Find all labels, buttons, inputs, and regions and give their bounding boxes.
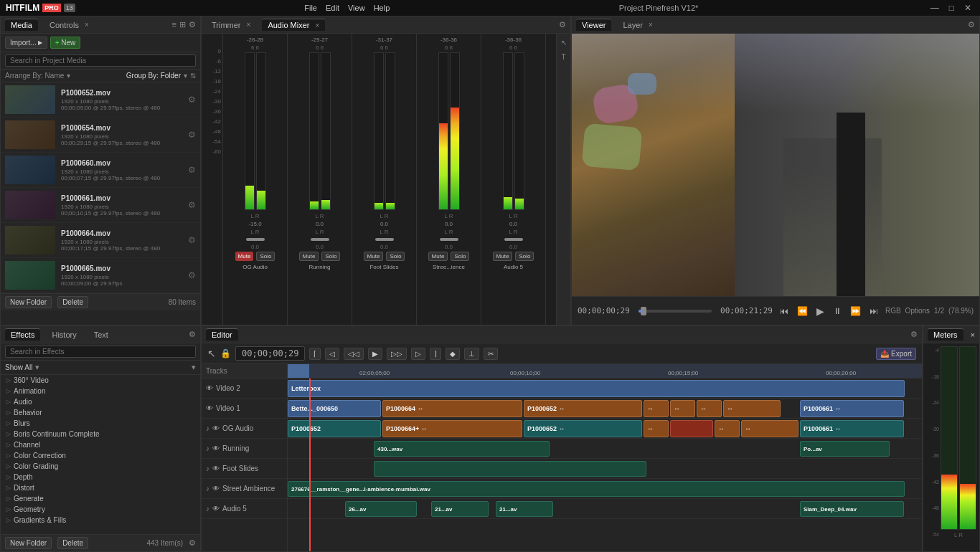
media-item-gear-icon[interactable]: ⚙ (188, 270, 196, 280)
media-list-view-icon[interactable]: ≡ (172, 20, 176, 29)
editor-play-forward[interactable]: ▷▷ (387, 348, 407, 360)
media-panel-settings-icon[interactable]: ⚙ (189, 20, 196, 29)
media-item-gear-icon[interactable]: ⚙ (188, 165, 196, 175)
delete-effect-button[interactable]: Delete (57, 537, 88, 549)
pan-knob[interactable] (246, 238, 265, 241)
tab-audio-mixer[interactable]: Audio Mixer × (262, 19, 325, 31)
track-eye-icon[interactable]: 👁 (206, 404, 213, 412)
solo-button[interactable]: Solo (321, 252, 340, 261)
viewer-panel-settings-icon[interactable]: ⚙ (968, 20, 975, 29)
media-search-input[interactable] (5, 54, 196, 67)
effects-category-geometry[interactable]: ▷Geometry (1, 504, 200, 515)
viewer-pause[interactable]: ⏸ (830, 305, 844, 318)
list-item[interactable]: P1000665.mov 1920 x 1080 pixels00;00;09;… (1, 258, 200, 293)
track-eye-icon[interactable]: 👁 (212, 444, 220, 452)
viewer-play[interactable]: ▶ (814, 304, 827, 318)
trimmer-panel-settings-icon[interactable]: ⚙ (559, 20, 566, 29)
clip-v1-2[interactable]: P1000664 ↔ (382, 400, 522, 417)
editor-mark-in[interactable]: ⌈ (309, 348, 321, 360)
mute-button[interactable]: Mute (364, 252, 384, 261)
clip-a5-4[interactable]: Slam_Deep_04.wav (800, 501, 904, 517)
clip-og-1[interactable]: P1000652 (288, 420, 381, 437)
editor-play[interactable]: ▶ (368, 348, 382, 360)
clip-street-1[interactable]: 276676__ramston__gene...l-ambience-mumba… (288, 481, 905, 497)
solo-button[interactable]: Solo (451, 252, 469, 261)
list-item[interactable]: P1000652.mov 1920 x 1080 pixels00;00;09;… (1, 82, 200, 118)
effects-category-360[interactable]: ▷360° Video (1, 375, 200, 386)
editor-mark-out[interactable]: ⌉ (430, 348, 441, 360)
clip-running-1[interactable]: 430...wav (374, 441, 550, 457)
effects-category-audio[interactable]: ▷Audio (1, 396, 200, 407)
pan-knob[interactable] (504, 238, 523, 241)
viewer-goto-start[interactable]: ⏮ (777, 305, 791, 318)
tab-controls[interactable]: Controls × (44, 19, 95, 31)
clip-og-5[interactable]: ↔ (715, 420, 740, 437)
tab-effects[interactable]: Effects (5, 328, 40, 341)
pan-knob[interactable] (440, 238, 458, 241)
media-item-gear-icon[interactable]: ⚙ (188, 235, 196, 245)
editor-snap[interactable]: ⊥ (464, 348, 479, 360)
clip-v1-4[interactable]: ↔ (644, 400, 669, 417)
editor-export-button[interactable]: 📤 Export (876, 348, 916, 360)
clip-og-3[interactable]: P1000652 ↔ (524, 420, 642, 437)
clip-og-4[interactable]: ↔ (644, 420, 669, 437)
list-item[interactable]: P1000654.mov 1920 x 1080 pixels00;00;29;… (1, 118, 200, 153)
trimmer-close-icon[interactable]: × (247, 21, 251, 29)
tab-history[interactable]: History (46, 329, 82, 341)
new-folder-button[interactable]: New Folder (5, 537, 52, 549)
clip-a5-2[interactable]: 21...av (431, 501, 489, 517)
clip-foot-1[interactable] (374, 461, 646, 477)
solo-button[interactable]: Solo (256, 252, 275, 261)
media-item-gear-icon[interactable]: ⚙ (188, 95, 196, 105)
viewer-fraction[interactable]: 1/2 (934, 307, 944, 315)
track-eye-icon[interactable]: 👁 (206, 384, 213, 392)
new-folder-button[interactable]: New Folder (5, 296, 52, 308)
effects-category-gradients[interactable]: ▷Gradients & Fills (1, 515, 200, 525)
editor-step-back[interactable]: ◁ (325, 348, 339, 360)
editor-panel-settings-icon[interactable]: ⚙ (910, 330, 918, 339)
media-item-gear-icon[interactable]: ⚙ (188, 200, 196, 210)
effects-category-behavior[interactable]: ▷Behavior (1, 407, 200, 418)
mute-button[interactable]: Mute (493, 252, 513, 261)
mute-button[interactable]: Mute (299, 252, 319, 261)
effects-category-distort[interactable]: ▷Distort (1, 482, 200, 493)
clip-v1-3[interactable]: P1000652 ↔ (524, 400, 642, 417)
effects-category-generate[interactable]: ▷Generate (1, 493, 200, 504)
viewer-step-forward[interactable]: ⏩ (847, 305, 864, 318)
effects-filter-arrow[interactable]: ▾ (192, 363, 196, 372)
clip-v1-7[interactable]: ↔ (723, 400, 781, 417)
list-item[interactable]: P1000661.mov 1920 x 1080 pixels00;00;10;… (1, 188, 200, 223)
effects-category-animation[interactable]: ▷Animation (1, 386, 200, 396)
tool-arrow[interactable]: ↖ (558, 37, 570, 48)
tab-layer[interactable]: Layer × (617, 19, 658, 31)
viewer-playhead[interactable] (641, 307, 646, 315)
layer-close-icon[interactable]: × (649, 21, 653, 29)
menu-help[interactable]: Help (374, 4, 390, 12)
effects-category-blurs[interactable]: ▷Blurs (1, 418, 200, 429)
editor-play-back[interactable]: ◁◁ (344, 348, 364, 360)
track-eye-icon[interactable]: 👁 (212, 505, 220, 513)
track-eye-icon[interactable]: 👁 (212, 424, 220, 432)
solo-button[interactable]: Solo (515, 252, 534, 261)
track-eye-icon[interactable]: 👁 (212, 485, 220, 492)
pan-knob[interactable] (375, 238, 394, 241)
clip-v1-6[interactable]: ↔ (697, 400, 722, 417)
effects-category-depth[interactable]: ▷Depth (1, 472, 200, 482)
viewer-goto-end[interactable]: ⏭ (867, 305, 881, 318)
clip-og-7[interactable]: P1000661 ↔ (800, 420, 904, 437)
tool-type[interactable]: T (558, 51, 570, 62)
clip-og-6[interactable]: ↔ (741, 420, 798, 437)
menu-view[interactable]: View (348, 4, 365, 12)
close-button[interactable]: ✕ (961, 3, 974, 13)
viewer-step-back[interactable]: ⏪ (794, 305, 811, 318)
tab-editor[interactable]: Editor (206, 328, 238, 341)
clip-v1-8[interactable]: P1000661 ↔ (800, 400, 904, 417)
effects-category-color-correction[interactable]: ▷Color Correction (1, 450, 200, 461)
import-button[interactable]: Import... ▶ (5, 37, 47, 49)
clip-a5-1[interactable]: 26...av (345, 501, 417, 517)
tab-media[interactable]: Media (5, 19, 38, 31)
new-media-button[interactable]: + New (50, 37, 81, 49)
maximize-button[interactable]: □ (946, 3, 957, 13)
media-grid-view-icon[interactable]: ⊞ (179, 20, 186, 29)
tab-text[interactable]: Text (88, 329, 114, 341)
